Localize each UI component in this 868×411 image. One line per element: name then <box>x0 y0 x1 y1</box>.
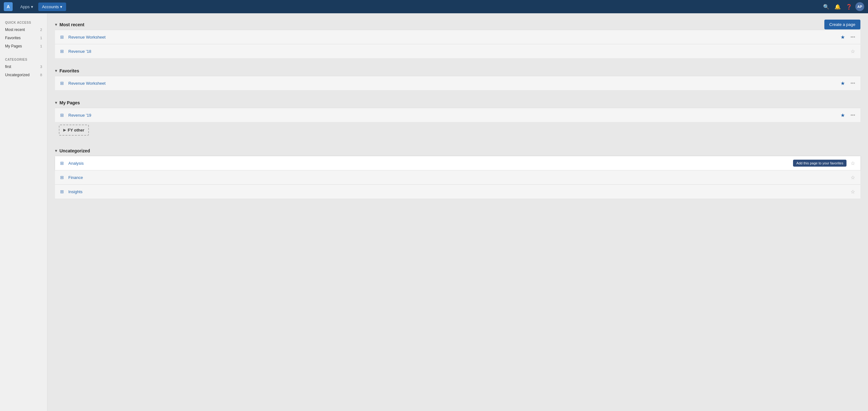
page-actions: Add this page to your favorites ☆ <box>793 159 857 167</box>
categories-label: CATEGORIES <box>0 55 47 63</box>
first-label: first <box>5 64 11 69</box>
favorites-label: Favorites <box>5 36 21 40</box>
my-pages-count: 1 <box>40 44 42 48</box>
page-row-revenue-18[interactable]: ⊞ Revenue '18 ☆ <box>55 44 860 58</box>
page-icon: ⊞ <box>59 48 65 54</box>
apps-chevron-icon: ▾ <box>31 4 33 9</box>
page-icon: ⊞ <box>59 174 65 181</box>
fy-other-collapsed-group[interactable]: ▶ FY other <box>59 125 89 136</box>
sidebar-item-uncategorized[interactable]: Uncategorized 8 <box>0 71 47 79</box>
first-count: 3 <box>40 65 42 69</box>
page-name: Revenue '19 <box>68 113 839 118</box>
uncategorized-section-label: Uncategorized <box>59 148 90 153</box>
page-row-revenue-worksheet-fav[interactable]: ⊞ Revenue Worksheet ★ ••• <box>55 76 860 90</box>
favorite-star-icon[interactable]: ★ <box>839 111 846 119</box>
accounts-chevron-icon: ▾ <box>60 4 62 9</box>
most-recent-chevron-down-icon: ▾ <box>55 23 57 27</box>
sidebar-item-favorites[interactable]: Favorites 1 <box>0 34 47 42</box>
page-icon: ⊞ <box>59 80 65 86</box>
more-options-icon[interactable]: ••• <box>849 33 857 41</box>
main-content: Create a page ▾ Most recent ⊞ Revenue Wo… <box>48 13 868 411</box>
page-name: Revenue Worksheet <box>68 81 839 86</box>
page-icon: ⊞ <box>59 112 65 118</box>
favorite-star-icon[interactable]: ☆ <box>849 48 857 55</box>
page-row-finance[interactable]: ⊞ Finance ☆ <box>55 170 860 184</box>
sidebar-item-first[interactable]: first 3 <box>0 63 47 71</box>
page-name: Insights <box>68 189 849 194</box>
bell-icon: 🔔 <box>834 4 841 10</box>
fy-other-chevron-right-icon: ▶ <box>63 128 66 132</box>
favorite-star-icon[interactable]: ★ <box>839 80 846 87</box>
page-name: Revenue Worksheet <box>68 35 839 39</box>
search-button[interactable]: 🔍 <box>821 2 831 12</box>
help-icon: ❓ <box>846 4 852 10</box>
section-header-my-pages[interactable]: ▾ My Pages <box>55 98 860 108</box>
my-pages-chevron-down-icon: ▾ <box>55 100 57 105</box>
top-nav: A Apps ▾ Accounts ▾ 🔍 🔔 ❓ AP <box>0 0 868 13</box>
page-row-revenue-19[interactable]: ⊞ Revenue '19 ★ ••• <box>55 108 860 122</box>
page-name: Revenue '18 <box>68 49 849 54</box>
favorite-star-icon[interactable]: ☆ <box>849 173 857 181</box>
page-row-insights[interactable]: ⊞ Insights ☆ <box>55 184 860 198</box>
page-actions: ☆ <box>849 173 857 181</box>
uncategorized-label: Uncategorized <box>5 73 29 77</box>
page-icon: ⊞ <box>59 188 65 195</box>
most-recent-label: Most recent <box>5 28 25 32</box>
accounts-nav-button[interactable]: Accounts ▾ <box>38 3 66 11</box>
section-header-most-recent[interactable]: ▾ Most recent <box>55 20 860 30</box>
user-avatar[interactable]: AP <box>855 2 864 11</box>
add-favorites-tooltip: Add this page to your favorites <box>793 160 846 167</box>
sidebar: QUICK ACCESS Most recent 2 Favorites 1 M… <box>0 13 48 411</box>
most-recent-count: 2 <box>40 28 42 32</box>
page-icon: ⊞ <box>59 160 65 166</box>
fy-other-label: FY other <box>68 128 85 132</box>
my-pages-label: My Pages <box>5 44 22 49</box>
section-header-favorites[interactable]: ▾ Favorites <box>55 66 860 76</box>
logo[interactable]: A <box>4 2 13 11</box>
create-page-button[interactable]: Create a page <box>824 20 860 29</box>
favorite-star-icon[interactable]: ☆ <box>849 159 857 167</box>
page-actions: ☆ <box>849 48 857 55</box>
page-row-analysis[interactable]: ⊞ Analysis Add this page to your favorit… <box>55 156 860 170</box>
section-most-recent: ▾ Most recent ⊞ Revenue Worksheet ★ ••• … <box>55 20 860 58</box>
quick-access-label: QUICK ACCESS <box>0 18 47 26</box>
section-header-uncategorized[interactable]: ▾ Uncategorized <box>55 146 860 156</box>
favorites-chevron-down-icon: ▾ <box>55 69 57 73</box>
sidebar-item-my-pages[interactable]: My Pages 1 <box>0 42 47 50</box>
main-layout: QUICK ACCESS Most recent 2 Favorites 1 M… <box>0 13 868 411</box>
my-pages-section-label: My Pages <box>59 100 80 105</box>
page-row-revenue-worksheet-recent[interactable]: ⊞ Revenue Worksheet ★ ••• <box>55 30 860 44</box>
favorites-count: 1 <box>40 36 42 40</box>
most-recent-section-label: Most recent <box>59 22 85 27</box>
page-actions: ★ ••• <box>839 33 857 41</box>
page-icon: ⊞ <box>59 34 65 40</box>
page-actions: ★ ••• <box>839 111 857 119</box>
sidebar-item-most-recent[interactable]: Most recent 2 <box>0 26 47 34</box>
uncategorized-chevron-down-icon: ▾ <box>55 149 57 153</box>
page-actions: ☆ <box>849 188 857 195</box>
help-button[interactable]: ❓ <box>844 2 854 12</box>
section-my-pages: ▾ My Pages ⊞ Revenue '19 ★ ••• ▶ FY othe… <box>55 98 860 138</box>
favorite-star-icon[interactable]: ☆ <box>849 188 857 195</box>
apps-nav-button[interactable]: Apps ▾ <box>17 3 37 11</box>
uncategorized-count: 8 <box>40 73 42 77</box>
page-actions: ★ ••• <box>839 80 857 87</box>
section-favorites: ▾ Favorites ⊞ Revenue Worksheet ★ ••• <box>55 66 860 90</box>
favorite-star-icon[interactable]: ★ <box>839 33 846 41</box>
page-name: Analysis <box>68 161 793 166</box>
page-name: Finance <box>68 175 849 180</box>
search-icon: 🔍 <box>823 4 829 10</box>
favorites-section-label: Favorites <box>59 68 79 73</box>
section-uncategorized: ▾ Uncategorized ⊞ Analysis Add this page… <box>55 146 860 198</box>
notifications-button[interactable]: 🔔 <box>833 2 843 12</box>
more-options-icon[interactable]: ••• <box>849 111 857 119</box>
more-options-icon[interactable]: ••• <box>849 80 857 87</box>
